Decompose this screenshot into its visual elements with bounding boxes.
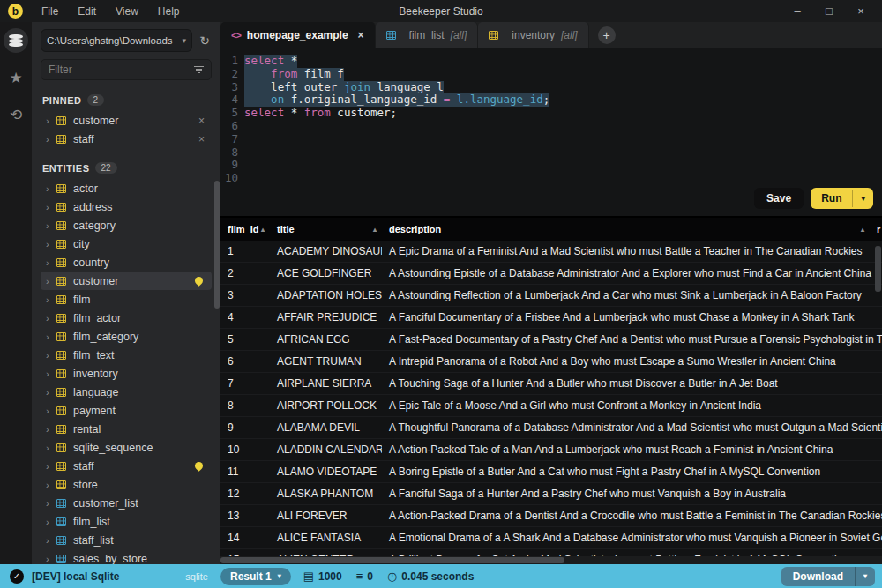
results-vertical-scrollbar[interactable] — [875, 246, 881, 292]
cell[interactable]: ALI FOREVER — [270, 510, 382, 522]
table-row[interactable]: 14ALICE FANTASIAA Emotional Drama of a A… — [220, 527, 882, 549]
cell[interactable]: A Touching Saga of a Hunter And a Butler… — [382, 377, 882, 390]
code-line[interactable]: 6 — [220, 120, 882, 133]
refresh-icon[interactable]: ↻ — [198, 33, 212, 48]
chevron-right-icon[interactable]: › — [46, 535, 56, 546]
cell[interactable]: A Intrepid Panorama of a Robot And a Boy… — [382, 355, 882, 368]
sidebar-item-inventory[interactable]: ›inventory — [41, 364, 212, 383]
sidebar-item-city[interactable]: ›city — [41, 234, 212, 253]
cell[interactable]: A Fast-Paced Documentary of a Pastry Che… — [382, 333, 882, 346]
tab-inventory[interactable]: inventory[all] — [478, 22, 588, 48]
sidebar-item-category[interactable]: ›category — [41, 216, 212, 234]
sidebar-item-film_list[interactable]: ›film_list — [41, 512, 212, 531]
database-select[interactable]: C:\Users\ghstng\Downloads ▾ — [41, 29, 192, 52]
chevron-right-icon[interactable]: › — [46, 368, 56, 379]
column-header-title[interactable]: title▴ — [270, 218, 382, 241]
chevron-right-icon[interactable]: › — [46, 115, 56, 126]
cell[interactable]: ALABAMA DEVIL — [270, 421, 382, 434]
sort-arrow-icon[interactable]: ▴ — [373, 226, 377, 234]
sort-arrow-icon[interactable]: ▴ — [861, 226, 864, 234]
cell[interactable]: A Thoughtful Panorama of a Database Admi… — [382, 421, 882, 434]
unpin-close-icon[interactable]: × — [198, 133, 208, 145]
chevron-right-icon[interactable]: › — [46, 387, 56, 398]
sidebar-item-film_category[interactable]: ›film_category — [41, 327, 212, 346]
table-row[interactable]: 4AFFAIR PREJUDICEA Fanciful Documentary … — [220, 307, 882, 329]
cell[interactable]: 6 — [220, 355, 270, 368]
code-line[interactable]: 3 left outer join language l — [220, 81, 882, 94]
menu-view[interactable]: View — [106, 0, 148, 22]
sidebar-item-customer[interactable]: ›customer — [41, 272, 212, 290]
chevron-right-icon[interactable]: › — [46, 294, 56, 305]
sidebar-scrollbar[interactable] — [214, 181, 220, 309]
table-row[interactable]: 10ALADDIN CALENDARA Action-Packed Tale o… — [220, 439, 882, 461]
chevron-right-icon[interactable]: › — [46, 220, 56, 231]
cell[interactable]: 3 — [220, 289, 270, 301]
unpin-close-icon[interactable]: × — [198, 115, 208, 127]
sidebar-item-address[interactable]: ›address — [41, 197, 212, 216]
download-button[interactable]: Download ▾ — [781, 567, 875, 586]
chevron-right-icon[interactable]: › — [46, 276, 56, 287]
cell[interactable]: A Fanciful Documentary of a Frisbee And … — [382, 311, 882, 324]
table-row[interactable]: 15ALIEN CENTERA Brilliant Drama of a Cat… — [220, 549, 882, 556]
chevron-right-icon[interactable]: › — [46, 257, 56, 268]
sidebar-item-staff_list[interactable]: ›staff_list — [41, 531, 212, 549]
table-row[interactable]: 11ALAMO VIDEOTAPEA Boring Epistle of a B… — [220, 461, 882, 483]
chevron-right-icon[interactable]: › — [46, 313, 56, 324]
sql-editor[interactable]: 1select *2 from film f3 left outer join … — [220, 48, 882, 216]
hscroll-thumb[interactable] — [220, 557, 564, 563]
maximize-button[interactable]: □ — [817, 2, 841, 21]
cell[interactable]: AIRPLANE SIERRA — [270, 377, 382, 390]
cell[interactable]: 4 — [220, 311, 270, 324]
cell[interactable]: AFFAIR PREJUDICE — [270, 311, 382, 324]
table-row[interactable]: 9ALABAMA DEVILA Thoughtful Panorama of a… — [220, 417, 882, 439]
chevron-right-icon[interactable]: › — [46, 443, 56, 453]
cell[interactable]: A Boring Epistle of a Butler And a Cat w… — [382, 465, 882, 478]
chevron-right-icon[interactable]: › — [46, 480, 56, 490]
cell[interactable]: ACE GOLDFINGER — [270, 267, 382, 279]
code-line[interactable]: 8 — [220, 146, 882, 160]
cell[interactable]: AFRICAN EGG — [270, 333, 382, 346]
cell[interactable]: A Astounding Reflection of a Lumberjack … — [382, 289, 882, 301]
results-horizontal-scrollbar[interactable] — [220, 556, 882, 564]
menu-help[interactable]: Help — [148, 0, 190, 22]
pinned-item-staff[interactable]: ›staff× — [41, 130, 212, 148]
menu-file[interactable]: File — [32, 0, 68, 22]
cell[interactable]: 12 — [220, 488, 270, 500]
new-tab-button[interactable]: + — [598, 26, 616, 44]
cell[interactable]: AGENT TRUMAN — [270, 355, 382, 368]
tab-homepage_example[interactable]: <>homepage_example× — [220, 22, 376, 48]
cell[interactable]: AIRPORT POLLOCK — [270, 399, 382, 412]
table-row[interactable]: 8AIRPORT POLLOCKA Epic Tale of a Moose A… — [220, 395, 882, 417]
pinned-item-customer[interactable]: ›customer× — [41, 111, 212, 130]
cell[interactable]: ACADEMY DINOSAUR — [270, 245, 382, 257]
save-button[interactable]: Save — [754, 188, 804, 209]
sidebar-item-film_actor[interactable]: ›film_actor — [41, 309, 212, 327]
code-line[interactable]: 7 — [220, 133, 882, 146]
sort-arrow-icon[interactable]: ▴ — [261, 226, 265, 234]
database-icon[interactable] — [4, 28, 28, 53]
cell[interactable]: 8 — [220, 399, 270, 412]
cell[interactable]: A Epic Tale of a Moose And a Girl who mu… — [382, 399, 882, 412]
column-header-film_id[interactable]: film_id▴ — [220, 218, 270, 241]
tab-close-icon[interactable]: × — [358, 29, 364, 41]
chevron-right-icon[interactable]: › — [46, 331, 56, 342]
chevron-right-icon[interactable]: › — [46, 350, 56, 361]
run-label[interactable]: Run — [811, 188, 852, 209]
code-line[interactable]: 10 — [220, 172, 882, 185]
column-header-description[interactable]: description▴ — [382, 218, 870, 241]
cell[interactable]: 11 — [220, 465, 270, 478]
table-row[interactable]: 1ACADEMY DINOSAURA Epic Drama of a Femin… — [220, 241, 882, 263]
run-dropdown-caret-icon[interactable]: ▾ — [852, 190, 873, 207]
sidebar-item-country[interactable]: ›country — [41, 253, 212, 272]
minimize-button[interactable]: – — [785, 2, 810, 21]
table-row[interactable]: 5AFRICAN EGGA Fast-Paced Documentary of … — [220, 329, 882, 351]
cell[interactable]: ALADDIN CALENDAR — [270, 443, 382, 456]
cell[interactable]: A Action-Packed Tale of a Man And a Lumb… — [382, 443, 882, 456]
sidebar-item-store[interactable]: ›store — [41, 475, 212, 494]
cell[interactable]: ALAMO VIDEOTAPE — [270, 465, 382, 478]
filter-input[interactable]: Filter — [41, 59, 212, 80]
chevron-right-icon[interactable]: › — [46, 202, 56, 212]
chevron-right-icon[interactable]: › — [46, 134, 56, 145]
sidebar-item-rental[interactable]: ›rental — [41, 420, 212, 438]
cell[interactable]: ADAPTATION HOLES — [270, 289, 382, 301]
